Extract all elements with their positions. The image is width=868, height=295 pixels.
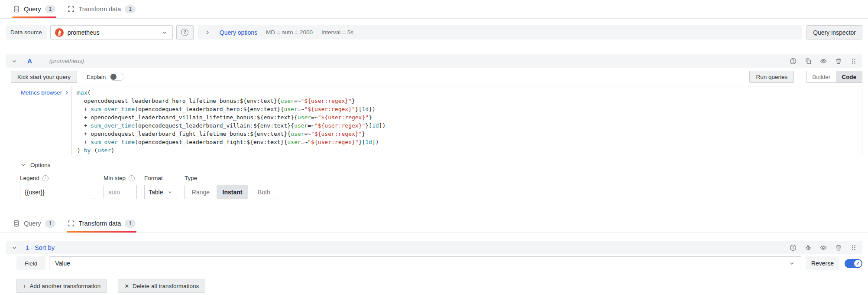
legend-label: Legend bbox=[20, 175, 39, 181]
tab-label: Query bbox=[24, 6, 41, 13]
options-section: Options Legendi Min stepi Format Table T… bbox=[20, 161, 862, 199]
query-ref-id[interactable]: A bbox=[27, 57, 32, 65]
query-options-panel: Query options MD = auto = 2000 Interval … bbox=[198, 25, 802, 39]
database-icon bbox=[13, 220, 20, 227]
duplicate-icon[interactable] bbox=[805, 58, 812, 65]
query-a-header: A (prometheus) bbox=[6, 54, 862, 68]
datasource-row: Data source prometheus ? Query options M… bbox=[6, 25, 862, 39]
tab-count-badge: 1 bbox=[45, 5, 56, 13]
explain-label: Explain bbox=[87, 74, 106, 80]
interval-summary: Interval = 5s bbox=[321, 29, 353, 36]
active-tab-underline bbox=[12, 16, 56, 18]
kick-start-query-button[interactable]: Kick start your query bbox=[11, 71, 77, 83]
reverse-label: Reverse bbox=[806, 256, 839, 270]
info-icon[interactable] bbox=[790, 244, 797, 251]
info-circle-icon: i bbox=[42, 175, 49, 181]
query-inspector-button[interactable]: Query inspector bbox=[806, 25, 862, 39]
eye-icon[interactable] bbox=[820, 58, 827, 65]
transformations-footer: + Add another transformation ✕ Delete al… bbox=[16, 279, 862, 293]
trash-icon[interactable] bbox=[835, 58, 842, 65]
add-transformation-button[interactable]: + Add another transformation bbox=[16, 279, 107, 293]
query-toolbar: Kick start your query Explain Run querie… bbox=[11, 71, 862, 83]
collapse-chevron-icon[interactable] bbox=[11, 244, 18, 251]
query-datasource-hint: (prometheus) bbox=[49, 58, 84, 64]
question-circle-icon: ? bbox=[181, 29, 188, 36]
datasource-value: prometheus bbox=[68, 29, 100, 36]
plus-icon: + bbox=[23, 283, 26, 289]
tab-label: Transform data bbox=[78, 220, 121, 227]
datasource-help-button[interactable]: ? bbox=[176, 25, 194, 39]
editor-mode-switch: Builder Code bbox=[806, 71, 862, 83]
transform-icon bbox=[68, 220, 74, 227]
bottom-tabbar: Query 1 Transform data 1 bbox=[0, 214, 868, 233]
transformation-title[interactable]: 1 - Sort by bbox=[26, 244, 55, 251]
type-field: Type Range Instant Both bbox=[185, 175, 280, 199]
mode-builder[interactable]: Builder bbox=[806, 71, 836, 82]
options-header[interactable]: Options bbox=[20, 161, 862, 168]
eye-icon[interactable] bbox=[820, 244, 827, 251]
query-actions bbox=[790, 58, 857, 65]
chevron-down-icon bbox=[161, 29, 168, 36]
check-icon: ✓ bbox=[854, 260, 862, 267]
collapse-chevron-icon[interactable] bbox=[11, 58, 18, 65]
sort-field-value: Value bbox=[55, 260, 70, 267]
reverse-toggle[interactable]: ✓ bbox=[845, 259, 862, 268]
prometheus-icon bbox=[55, 28, 64, 37]
database-icon bbox=[13, 6, 20, 13]
drag-handle-icon[interactable] bbox=[850, 58, 857, 65]
min-step-label: Min step bbox=[104, 175, 126, 181]
chevron-right-icon[interactable] bbox=[204, 29, 211, 36]
format-field: Format Table bbox=[144, 175, 177, 199]
info-circle-icon: i bbox=[129, 175, 135, 181]
datasource-label: Data source bbox=[6, 25, 47, 39]
legend-field: Legendi bbox=[20, 175, 96, 199]
type-option-instant[interactable]: Instant bbox=[217, 185, 248, 199]
chevron-down-icon bbox=[788, 260, 795, 267]
query-code[interactable]: max( opencodequest_leaderboard_hero_life… bbox=[71, 86, 862, 155]
tab-query[interactable]: Query 1 bbox=[13, 0, 55, 18]
trash-icon[interactable] bbox=[835, 244, 842, 251]
collapse-chevron-icon bbox=[20, 161, 27, 168]
tab-count-badge: 1 bbox=[125, 5, 136, 13]
transformation-actions bbox=[790, 244, 857, 251]
sort-field-select[interactable]: Value bbox=[49, 256, 801, 270]
mode-code[interactable]: Code bbox=[836, 71, 862, 82]
legend-input[interactable] bbox=[20, 185, 96, 199]
chevron-right-icon bbox=[64, 90, 69, 95]
field-label: Field bbox=[16, 256, 45, 270]
explain-toggle[interactable] bbox=[110, 73, 124, 81]
type-label: Type bbox=[185, 175, 197, 181]
type-radio-group: Range Instant Both bbox=[185, 185, 280, 199]
type-option-range[interactable]: Range bbox=[185, 185, 217, 199]
tab-label: Query bbox=[24, 220, 41, 227]
tab-label: Transform data bbox=[78, 6, 121, 13]
metrics-browser-link[interactable]: Metrics browser bbox=[6, 86, 71, 96]
delete-all-transformations-button[interactable]: ✕ Delete all transformations bbox=[118, 279, 205, 293]
debug-bug-icon[interactable] bbox=[805, 244, 812, 251]
datasource-picker[interactable]: prometheus bbox=[50, 25, 173, 39]
transform-icon bbox=[68, 6, 74, 13]
min-step-input[interactable] bbox=[104, 185, 137, 199]
min-step-field: Min stepi bbox=[104, 175, 137, 199]
close-icon: ✕ bbox=[124, 283, 129, 289]
drag-handle-icon[interactable] bbox=[850, 244, 857, 251]
query-options-link[interactable]: Query options bbox=[220, 29, 257, 36]
sort-by-field-row: Field Value Reverse ✓ bbox=[16, 256, 862, 270]
format-label: Format bbox=[144, 175, 163, 181]
chevron-down-icon bbox=[167, 189, 173, 195]
transform-sort-by-header: 1 - Sort by bbox=[6, 241, 862, 254]
tab-transform-data[interactable]: Transform data 1 bbox=[68, 214, 136, 233]
editor-row: Metrics browser max( opencodequest_leade… bbox=[6, 86, 862, 155]
active-tab-underline bbox=[67, 231, 136, 233]
max-data-points-summary: MD = auto = 2000 bbox=[266, 29, 313, 36]
tab-count-badge: 1 bbox=[125, 220, 136, 228]
tab-count-badge: 1 bbox=[45, 220, 56, 228]
tab-transform-data[interactable]: Transform data 1 bbox=[68, 0, 136, 18]
format-select[interactable]: Table bbox=[144, 185, 177, 199]
run-queries-button[interactable]: Run queries bbox=[749, 71, 794, 83]
tab-query[interactable]: Query 1 bbox=[13, 214, 55, 233]
top-tabbar: Query 1 Transform data 1 bbox=[0, 0, 868, 19]
help-icon[interactable] bbox=[790, 58, 797, 65]
type-option-both[interactable]: Both bbox=[248, 185, 280, 199]
explain-control: Explain bbox=[87, 73, 124, 81]
